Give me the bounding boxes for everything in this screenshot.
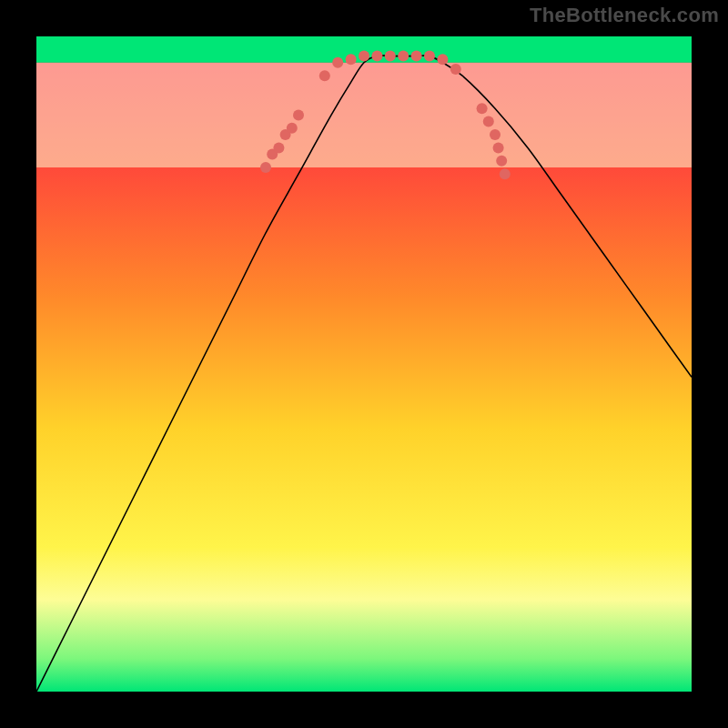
data-point (437, 54, 448, 65)
data-point (346, 54, 357, 65)
data-point (450, 64, 461, 75)
data-point (477, 103, 488, 114)
data-point (411, 51, 422, 62)
data-point (359, 51, 369, 62)
data-point (273, 142, 284, 153)
data-point (493, 142, 504, 153)
data-point (371, 51, 382, 62)
data-point (496, 156, 507, 167)
data-point (287, 123, 298, 134)
data-point (385, 51, 396, 62)
data-point (490, 129, 500, 140)
bottleneck-curve (36, 56, 692, 692)
data-point (483, 116, 494, 127)
data-point (500, 168, 511, 179)
watermark-text: TheBottleneck.com (530, 4, 719, 27)
data-point (260, 162, 271, 173)
data-point (319, 70, 330, 81)
dot-cluster (260, 51, 511, 180)
data-point (332, 57, 343, 68)
chart-stage: TheBottleneck.com (0, 0, 728, 728)
data-point (424, 51, 435, 62)
plot-area (36, 36, 692, 692)
plot-curve-layer (36, 36, 692, 692)
data-point (398, 51, 409, 62)
data-point (293, 109, 304, 120)
